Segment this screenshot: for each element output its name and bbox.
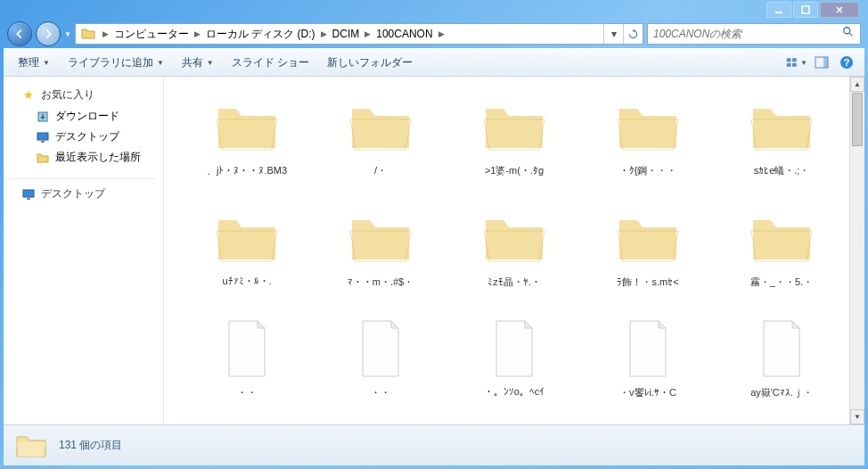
history-dropdown[interactable]: ▼ xyxy=(64,30,71,38)
download-icon xyxy=(36,110,50,124)
folder-item[interactable]: sｶﾋe蟻・.;・ xyxy=(717,87,847,192)
sidebar-desktop-fav[interactable]: デスクトップ xyxy=(4,127,163,147)
folder-item[interactable]: 、jﾄ・ﾇ・・ﾇ.BM3 xyxy=(182,87,312,192)
svg-rect-4 xyxy=(792,58,797,62)
sidebar-desktop[interactable]: デスクトップ xyxy=(4,183,163,205)
breadcrumb-item[interactable]: ローカル ディスク (D:) xyxy=(202,24,319,44)
item-label: ay嶽'Cﾏｽ.ｊ・ xyxy=(750,386,813,399)
item-label: ・。ﾝｿo。ﾍcｲ xyxy=(484,386,545,397)
scroll-down-button[interactable]: ▼ xyxy=(850,409,864,424)
svg-rect-15 xyxy=(27,198,30,200)
view-button[interactable]: ▼ xyxy=(786,52,807,73)
item-label: >1婆-m(・.ﾀg xyxy=(485,164,544,177)
item-label: ・v饗ﾚi.ｻ・C xyxy=(619,386,676,399)
file-grid: 、jﾄ・ﾇ・・ﾇ.BM3/・>1婆-m(・.ﾀg・ｸ{鋼・・・sｶﾋe蟻・.;・… xyxy=(164,77,864,424)
statusbar: 131 個の項目 xyxy=(4,424,864,465)
breadcrumb-item[interactable]: コンピューター xyxy=(111,24,192,44)
sidebar-downloads[interactable]: ダウンロード xyxy=(4,106,163,127)
svg-rect-6 xyxy=(792,63,797,67)
folder-icon xyxy=(471,91,557,162)
folder-item[interactable]: ﾐzﾓ晶・ﾔ.・ xyxy=(449,199,579,303)
item-label: uﾁｧﾐ・ﾙ・. xyxy=(222,276,271,286)
item-label: sｶﾋe蟻・.;・ xyxy=(754,164,810,177)
forward-button[interactable] xyxy=(36,21,61,46)
file-icon xyxy=(204,313,290,384)
folder-item[interactable]: uﾁｧﾐ・ﾙ・. xyxy=(182,199,312,303)
help-button[interactable]: ? xyxy=(836,52,857,73)
folder-item[interactable]: /・ xyxy=(315,87,446,192)
file-item[interactable]: ay嶽'Cﾏｽ.ｊ・ xyxy=(717,309,847,414)
item-label: /・ xyxy=(374,164,387,177)
favorites-header[interactable]: ★お気に入り xyxy=(4,84,163,106)
file-icon xyxy=(471,313,557,384)
sidebar-recent[interactable]: 最近表示した場所 xyxy=(4,147,163,168)
item-label: ・ｸ{鋼・・・ xyxy=(619,164,677,177)
navbar: ▼ ▶ コンピューター ▶ ローカル ディスク (D:) ▶ DCIM ▶ 10… xyxy=(4,20,864,48)
item-label: ﾗ飾！・s.mｾ< xyxy=(617,276,678,289)
folder-item[interactable]: ﾏ・・m・.#$・ xyxy=(315,199,446,303)
svg-rect-8 xyxy=(823,57,828,68)
preview-pane-button[interactable] xyxy=(811,52,832,73)
svg-rect-12 xyxy=(37,133,48,140)
organize-button[interactable]: 整理▼ xyxy=(11,52,57,74)
folder-icon xyxy=(739,91,824,162)
desktop-icon xyxy=(36,130,50,144)
recent-icon xyxy=(36,151,50,165)
folder-icon xyxy=(14,432,48,460)
item-label: ・・ xyxy=(371,386,390,399)
folder-item[interactable]: >1婆-m(・.ﾀg xyxy=(449,87,579,192)
back-button[interactable] xyxy=(7,21,32,46)
file-item[interactable]: ・。ﾝｿo。ﾍcｲ xyxy=(449,309,579,414)
folder-item[interactable]: 霧・_・・5.・ xyxy=(717,199,847,303)
item-label: 霧・_・・5.・ xyxy=(750,276,813,289)
slideshow-button[interactable]: スライド ショー xyxy=(225,52,316,74)
star-icon: ★ xyxy=(21,88,36,103)
file-item[interactable]: ・・ xyxy=(315,309,446,414)
item-label: 、jﾄ・ﾇ・・ﾇ.BM3 xyxy=(207,164,287,177)
svg-rect-1 xyxy=(802,6,809,13)
svg-rect-0 xyxy=(775,12,782,13)
folder-icon xyxy=(605,202,691,274)
svg-rect-5 xyxy=(787,63,791,67)
refresh-button[interactable] xyxy=(623,24,643,44)
chevron-right-icon: ▶ xyxy=(319,29,329,38)
folder-icon xyxy=(739,202,824,274)
svg-text:?: ? xyxy=(844,57,850,68)
file-item[interactable]: ・v饗ﾚi.ｻ・C xyxy=(583,309,713,414)
breadcrumb-item[interactable]: DCIM xyxy=(329,24,364,44)
chevron-right-icon: ▶ xyxy=(363,29,373,38)
scrollbar[interactable]: ▲ ▼ xyxy=(849,77,864,424)
add-library-button[interactable]: ライブラリに追加▼ xyxy=(61,52,171,74)
minimize-button[interactable] xyxy=(766,2,791,18)
folder-icon xyxy=(204,202,290,274)
search-input[interactable] xyxy=(653,28,842,40)
breadcrumb-item[interactable]: 100CANON xyxy=(373,24,436,44)
new-folder-button[interactable]: 新しいフォルダー xyxy=(320,52,420,74)
desktop-icon xyxy=(21,187,36,202)
folder-icon xyxy=(79,25,97,43)
scroll-thumb[interactable] xyxy=(852,93,863,146)
search-icon[interactable] xyxy=(842,26,855,42)
item-label: ・・ xyxy=(237,386,257,399)
sidebar: ★お気に入り ダウンロード デスクトップ 最近表示した場所 デスクトップ xyxy=(4,77,164,424)
address-bar[interactable]: ▶ コンピューター ▶ ローカル ディスク (D:) ▶ DCIM ▶ 100C… xyxy=(75,23,643,45)
file-item[interactable]: ・・ xyxy=(182,309,312,414)
folder-item[interactable]: ・ｸ{鋼・・・ xyxy=(583,87,713,192)
share-button[interactable]: 共有▼ xyxy=(175,52,221,74)
folder-icon xyxy=(338,91,423,162)
item-label: ﾐzﾓ晶・ﾔ.・ xyxy=(487,276,541,289)
toolbar: 整理▼ ライブラリに追加▼ 共有▼ スライド ショー 新しいフォルダー ▼ ? xyxy=(4,48,864,77)
search-box[interactable] xyxy=(647,23,861,45)
folder-item[interactable]: ﾗ飾！・s.mｾ< xyxy=(583,199,713,303)
maximize-button[interactable] xyxy=(793,2,818,18)
chevron-right-icon: ▶ xyxy=(192,29,202,38)
scroll-up-button[interactable]: ▲ xyxy=(850,77,864,92)
folder-icon xyxy=(204,91,290,162)
close-button[interactable] xyxy=(820,2,859,18)
titlebar xyxy=(4,0,864,20)
address-dropdown[interactable]: ▾ xyxy=(603,24,623,44)
file-icon xyxy=(739,313,824,384)
chevron-right-icon: ▶ xyxy=(437,29,446,38)
folder-icon xyxy=(605,91,691,162)
folder-icon xyxy=(338,202,423,274)
